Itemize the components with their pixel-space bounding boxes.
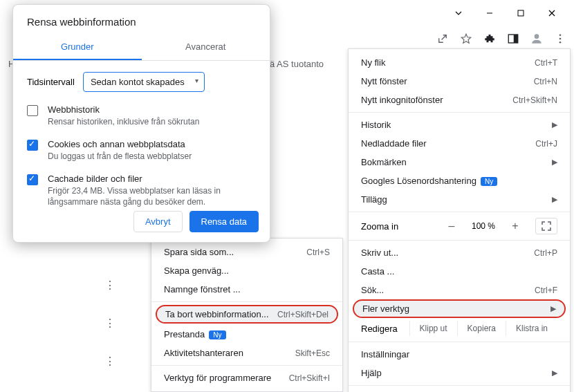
clear-browsing-data-dialog: Rensa webbinformation Grunder Avancerat … [12,4,270,243]
shortcut: Ctrl+P [534,248,557,258]
shortcut: Ctrl+Skift+N [512,95,557,105]
label: Nytt inkognitofönster [361,95,443,105]
overflow-dots-icon[interactable]: ⋮ [102,353,118,369]
bg-text: ä AS tuotanto [270,59,324,69]
label: Ta bort webbinformation... [165,309,269,319]
fullscreen-button[interactable] [535,218,557,234]
submenu-task-manager[interactable]: AktivitetshanterarenSkift+Esc [151,344,342,362]
label: Spara sida som... [164,247,234,257]
check-history[interactable]: Webbhistorik Rensar historiken, inklusiv… [13,99,270,133]
svg-point-6 [559,38,562,40]
zoom-out-button[interactable]: – [443,218,461,234]
check-cache[interactable]: Cachade bilder och filer Frigör 23,4 MB.… [13,168,270,214]
menu-find[interactable]: Sök...Ctrl+F [349,281,570,299]
check-title: Webbhistorik [48,104,199,115]
submenu-dev-tools[interactable]: Verktyg för programmerareCtrl+Skift+I [151,368,342,387]
menu-edit: Redigera Klipp ut Kopiera Klistra in [349,318,570,339]
menu-new-tab[interactable]: Ny flikCtrl+T [349,53,570,72]
shortcut: Ctrl+S [306,248,330,257]
menu-dots-icon[interactable] [552,30,568,47]
menu-settings[interactable]: Inställningar [349,345,570,364]
label: Zooma in [361,221,437,232]
label: Verktyg för programmerare [164,373,271,383]
shortcut: Ctrl+Skift+Del [277,310,328,319]
bookmark-star-icon[interactable] [458,30,474,47]
cancel-button[interactable]: Avbryt [133,211,183,232]
menu-downloads[interactable]: Nedladdade filerCtrl+J [349,134,570,153]
check-sub: Du loggas ut från de flesta webbplatser [48,151,192,162]
shortcut: Ctrl+F [535,286,557,295]
dropdown-icon[interactable] [443,3,474,23]
svg-rect-1 [518,10,524,16]
menu-passwords[interactable]: Googles LösenordshanteringNy [349,171,570,190]
maximize-button[interactable] [505,3,536,23]
new-badge: Ny [481,177,497,186]
overflow-dots-icon[interactable]: ⋮ [102,277,118,293]
label: Redigera [361,324,409,334]
label: Tillägg [361,194,387,205]
separator [151,365,342,366]
overflow-dots-icon[interactable]: ⋮ [102,315,118,331]
label: Hjälp [361,368,382,378]
cut-button[interactable]: Klipp ut [409,321,457,336]
toolbar [434,30,568,47]
minimize-button[interactable] [474,3,505,23]
label: Googles LösenordshanteringNy [361,176,497,186]
svg-point-4 [535,34,539,39]
label: Fler verktyg [362,304,409,314]
chevron-right-icon: ▶ [550,304,556,313]
tab-basic[interactable]: Grunder [13,35,142,60]
profile-icon[interactable] [528,30,545,47]
menu-exit[interactable]: Avsluta [349,389,570,392]
paste-button[interactable]: Klistra in [506,321,557,336]
copy-button[interactable]: Kopiera [457,321,506,336]
menu-bookmarks[interactable]: Bokmärken▶ [349,153,570,171]
share-icon[interactable] [434,30,451,47]
menu-extensions[interactable]: Tillägg▶ [349,190,570,209]
new-badge: Ny [209,330,225,339]
label: PrestandaNy [164,329,226,339]
time-range-row: Tidsintervall Sedan kontot skapades [13,61,270,99]
submenu-shortcut[interactable]: Skapa genväg... [151,261,342,280]
svg-rect-3 [514,35,518,43]
menu-more-tools[interactable]: Fler verktyg▶ [353,299,566,318]
label: Sök... [361,285,384,295]
time-label: Tidsintervall [27,77,75,87]
separator [349,212,570,212]
menu-new-window[interactable]: Nytt fönsterCtrl+N [349,72,570,91]
submenu-clear-data[interactable]: Ta bort webbinformation...Ctrl+Skift+Del [156,305,338,324]
submenu-name-window[interactable]: Namnge fönstret ... [151,280,342,299]
menu-cast[interactable]: Casta ... [349,262,570,281]
check-text: Cookies och annan webbplatsdata Du logga… [48,139,192,162]
submenu-save-as[interactable]: Spara sida som...Ctrl+S [151,243,342,261]
label: Nytt fönster [361,76,407,86]
zoom-in-button[interactable]: + [506,218,524,234]
close-button[interactable] [536,3,567,23]
label: Skriv ut... [361,248,398,258]
label: Ny flik [361,57,385,68]
checkbox[interactable] [27,105,38,116]
separator [349,240,570,241]
time-range-select[interactable]: Sedan kontot skapades [83,72,205,92]
extensions-icon[interactable] [481,30,498,47]
dialog-actions: Avbryt Rensa data [133,211,259,232]
menu-incognito[interactable]: Nytt inkognitofönsterCtrl+Skift+N [349,91,570,109]
checkbox[interactable] [27,140,38,151]
window-controls [443,3,567,23]
menu-history[interactable]: Historik▶ [349,115,570,134]
check-cookies[interactable]: Cookies och annan webbplatsdata Du logga… [13,133,270,168]
chevron-right-icon: ▶ [552,368,557,377]
zoom-percent: 100 % [466,221,501,231]
submenu-performance[interactable]: PrestandaNy [151,325,342,344]
sidepanel-icon[interactable] [505,30,521,47]
label: Casta ... [361,266,394,277]
clear-data-button[interactable]: Rensa data [189,211,259,232]
menu-print[interactable]: Skriv ut...Ctrl+P [349,243,570,262]
label: Historik [361,120,391,130]
menu-help[interactable]: Hjälp▶ [349,364,570,382]
svg-point-5 [559,34,562,36]
label: Inställningar [361,349,409,360]
checkbox[interactable] [27,174,38,185]
chrome-main-menu: Ny flikCtrl+T Nytt fönsterCtrl+N Nytt in… [348,48,571,392]
tab-advanced[interactable]: Avancerat [142,35,270,60]
